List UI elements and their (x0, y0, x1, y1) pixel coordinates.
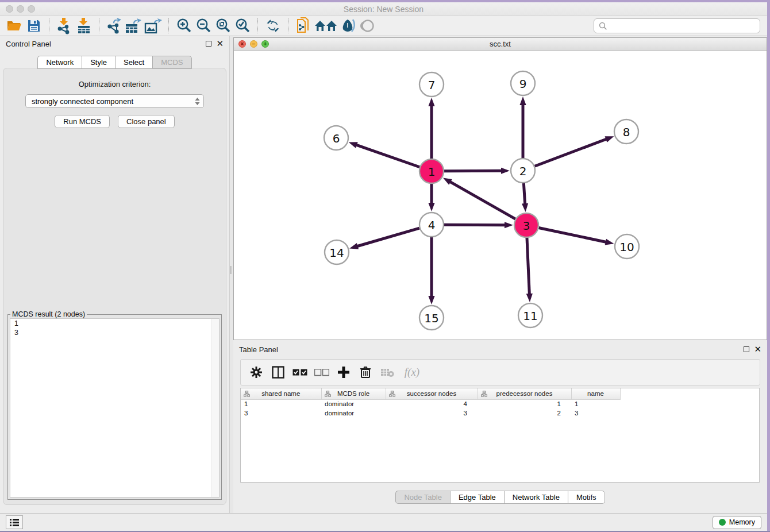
graph-edge[interactable] (444, 225, 507, 225)
close-panel-icon[interactable]: ✕ (754, 346, 761, 352)
save-session-button[interactable] (24, 17, 44, 34)
splitter-grip[interactable] (230, 266, 232, 274)
graph-edge-arrowhead (428, 296, 434, 304)
zoom-out-button[interactable] (194, 17, 213, 34)
tab-mcds[interactable]: MCDS (152, 56, 191, 69)
column-header-name[interactable]: name (571, 388, 620, 399)
graph-edge[interactable] (523, 183, 525, 206)
tab-motifs[interactable]: Motifs (568, 491, 605, 504)
graph-edge-arrowhead (501, 168, 510, 174)
graph-edge[interactable] (444, 171, 503, 171)
close-panel-button[interactable]: Close panel (118, 115, 175, 128)
table-cell[interactable]: 1 (478, 399, 571, 408)
open-file-button[interactable] (5, 17, 24, 34)
export-network-button[interactable] (105, 17, 124, 34)
zoom-fit-button[interactable] (213, 17, 233, 34)
overview-houses-button[interactable] (313, 17, 338, 34)
table-cell[interactable]: 3 (571, 408, 620, 418)
memory-button[interactable]: Memory (713, 516, 761, 529)
zoom-selected-button[interactable] (233, 17, 252, 34)
delete-table-button[interactable] (378, 363, 397, 382)
table-tabs: Node Table Edge Table Network Table Moti… (233, 491, 767, 504)
graph-edge[interactable] (535, 138, 609, 166)
column-header-predecessor-nodes[interactable]: predecessor nodes (478, 388, 571, 399)
gear-button[interactable] (247, 363, 266, 382)
column-header-successor-nodes[interactable]: successor nodes (386, 388, 478, 399)
function-builder-icon: f(x) (405, 366, 419, 379)
network-window-titlebar[interactable]: × − + scc.txt (234, 38, 767, 51)
refresh-button[interactable] (263, 17, 283, 34)
table-cell[interactable]: 1 (571, 399, 620, 408)
delete-column-button[interactable] (356, 363, 375, 382)
toolbar-separator (99, 18, 99, 33)
export-table-button[interactable] (124, 17, 144, 34)
namespace-icon (244, 391, 250, 398)
graph-node-label: 6 (333, 132, 340, 145)
overview-houses-icon (314, 19, 337, 33)
import-network-icon (56, 17, 72, 34)
toolbar-separator (257, 18, 258, 33)
zoom-in-button[interactable] (174, 17, 194, 34)
style-brush-icon (340, 18, 356, 33)
network-canvas[interactable]: 7968124314101511 (234, 51, 767, 340)
table-cell[interactable]: dominator (321, 408, 386, 418)
network-graph[interactable]: 7968124314101511 (234, 51, 767, 340)
tab-select[interactable]: Select (115, 56, 152, 69)
graph-node-label: 2 (519, 164, 527, 178)
gear-icon (250, 366, 263, 379)
table-cell[interactable]: 3 (241, 408, 321, 418)
import-network-button[interactable] (55, 17, 74, 34)
eye-button[interactable] (358, 17, 378, 34)
eye-icon (360, 18, 375, 33)
graph-node-label: 10 (619, 240, 634, 254)
optimization-criterion-select[interactable]: strongly connected component (25, 94, 204, 108)
graph-edge[interactable] (356, 228, 419, 246)
control-panel-title: Control Panel (6, 40, 51, 48)
toolbar-separator (49, 18, 49, 33)
close-panel-icon[interactable]: ✕ (216, 41, 224, 47)
graph-edge[interactable] (449, 181, 515, 219)
scrollbar-track[interactable] (211, 319, 219, 497)
trash-icon (360, 366, 371, 379)
column-header-mcds-role[interactable]: MCDS role (321, 388, 386, 399)
column-header-shared-name[interactable]: shared name (241, 388, 321, 399)
table-cell[interactable]: 4 (386, 399, 478, 408)
table-cell[interactable]: 1 (241, 399, 321, 408)
graph-edge[interactable] (539, 228, 608, 242)
add-column-button[interactable] (334, 363, 353, 382)
graph-edge[interactable] (527, 238, 530, 296)
function-builder-button[interactable]: f(x) (399, 363, 425, 382)
float-panel-icon[interactable] (206, 41, 211, 47)
select-all-columns-button[interactable] (290, 363, 310, 382)
open-file-icon (6, 19, 22, 33)
tab-network[interactable]: Network (37, 56, 82, 69)
table-panel-header: Table Panel ✕ (233, 342, 767, 357)
duplicate-network-button[interactable] (294, 17, 313, 34)
global-search[interactable] (594, 18, 760, 33)
mcds-result-item[interactable]: 3 (10, 328, 219, 337)
table-cell[interactable]: dominator (321, 399, 386, 408)
table-row[interactable]: 3dominator323 (241, 408, 620, 418)
style-brush-button[interactable] (338, 17, 358, 34)
graph-edge[interactable] (355, 144, 419, 167)
tab-network-table[interactable]: Network Table (504, 491, 568, 504)
desktop-background-strip (0, 0, 770, 2)
toolbar-separator (168, 18, 169, 33)
mcds-result-list[interactable]: 1 3 (10, 318, 220, 498)
task-history-button[interactable] (6, 515, 23, 529)
split-panel-button[interactable] (268, 363, 288, 382)
tab-style[interactable]: Style (82, 56, 115, 69)
float-panel-icon[interactable] (744, 346, 749, 352)
tab-edge-table[interactable]: Edge Table (450, 491, 504, 504)
search-input[interactable] (611, 22, 755, 30)
tab-node-table[interactable]: Node Table (395, 491, 450, 504)
table-row[interactable]: 1dominator411 (241, 399, 620, 408)
node-table[interactable]: shared name MCDS role successor nodes pr… (240, 388, 760, 483)
deselect-all-columns-button[interactable] (312, 363, 332, 382)
import-table-button[interactable] (74, 17, 94, 34)
export-image-button[interactable] (144, 17, 163, 34)
mcds-result-item[interactable]: 1 (10, 319, 219, 328)
table-cell[interactable]: 2 (478, 408, 571, 418)
run-mcds-button[interactable]: Run MCDS (55, 115, 110, 128)
table-cell[interactable]: 3 (386, 408, 478, 418)
